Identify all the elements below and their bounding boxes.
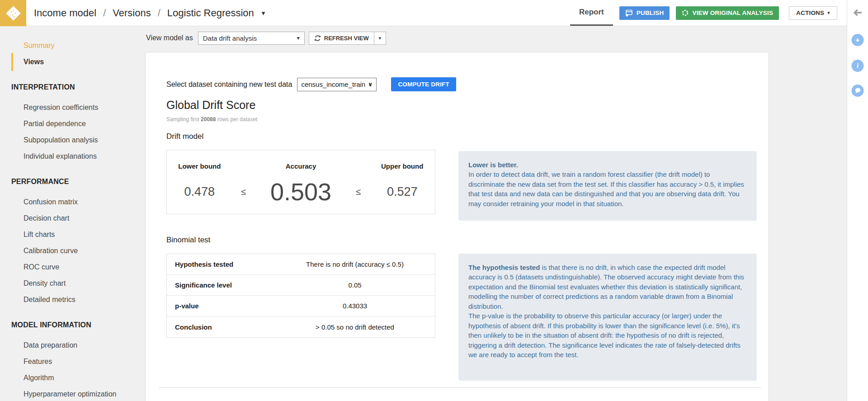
info-button[interactable]: i xyxy=(852,60,864,72)
sampling-count: 20088 xyxy=(201,116,216,123)
drift-model-card: Lower bound Accuracy Upper bound 0.478 ≤… xyxy=(166,150,435,214)
drift-explanation-box: Lower is better. In order to detect data… xyxy=(458,151,757,221)
breadcrumb: Income model / Versions / Logistic Regre… xyxy=(34,7,265,19)
sidebar-item-partial-dependence[interactable]: Partial dependence xyxy=(0,116,145,132)
section-divider xyxy=(159,387,761,388)
dataset-select[interactable]: census_income_train ∨ xyxy=(297,78,377,91)
app-logo[interactable] xyxy=(0,0,26,26)
sidebar-item-density-chart[interactable]: Density chart xyxy=(0,275,145,292)
drift-explanation-body: In order to detect data drift, we train … xyxy=(468,170,744,207)
binomial-explanation-box: The hypothesis tested is that there is n… xyxy=(458,254,757,381)
dataset-select-value: census_income_train xyxy=(301,80,365,88)
left-sidebar: Summary Views INTERPRETATION Regression … xyxy=(0,26,145,401)
right-utility-rail: + i xyxy=(847,0,868,401)
active-indicator xyxy=(11,53,13,71)
sidebar-item-detailed-metrics[interactable]: Detailed metrics xyxy=(0,292,145,308)
breadcrumb-model-name[interactable]: Income model xyxy=(34,7,96,19)
sidebar-item-calibration-curve[interactable]: Calibration curve xyxy=(0,243,145,259)
sidebar-section-model-information: MODEL INFORMATION xyxy=(0,319,145,331)
drift-explanation-lead: Lower is better. xyxy=(468,160,747,170)
refresh-view-button[interactable]: REFRESH VIEW xyxy=(309,32,374,45)
accuracy-header: Accuracy xyxy=(286,162,316,170)
view-original-label: VIEW ORIGINAL ANALYSIS xyxy=(692,9,773,16)
back-arrow-icon xyxy=(853,9,863,17)
view-toolbar: View model as Data drift analysis ▾ REFR… xyxy=(146,31,386,45)
row-label: Hypothesis tested xyxy=(167,260,279,268)
row-label: Conclusion xyxy=(167,323,279,331)
chevron-down-icon[interactable]: ▾ xyxy=(262,9,265,17)
view-original-analysis-button[interactable]: VIEW ORIGINAL ANALYSIS xyxy=(676,6,779,20)
upper-bound-header: Upper bound xyxy=(381,162,423,170)
dataset-selection-row: Select dataset containing new test data … xyxy=(166,77,456,91)
sidebar-section-interpretation: INTERPRETATION xyxy=(0,81,145,94)
refresh-split-button: REFRESH VIEW ▾ xyxy=(309,32,386,45)
lte-symbol: ≤ xyxy=(241,187,246,197)
refresh-icon xyxy=(314,35,321,42)
sidebar-item-roc-curve[interactable]: ROC curve xyxy=(0,259,145,275)
lte-symbol: ≤ xyxy=(356,187,361,197)
upper-bound-value: 0.527 xyxy=(387,185,418,199)
sidebar-section-performance: PERFORMANCE xyxy=(0,175,145,188)
row-value: 0.05 xyxy=(279,281,435,289)
binomial-explanation-body2: The p-value is the probability to observ… xyxy=(468,311,747,359)
table-row: Significance level 0.05 xyxy=(167,275,435,296)
top-header: Income model / Versions / Logistic Regre… xyxy=(0,0,847,26)
collapse-panel-button[interactable] xyxy=(853,9,863,19)
breadcrumb-separator: / xyxy=(158,7,160,19)
table-row: Hypothesis tested There is no drift (acc… xyxy=(167,254,435,275)
sidebar-item-hyperparameter-optimization[interactable]: Hyperparameter optimization xyxy=(0,386,145,401)
sidebar-item-lift-charts[interactable]: Lift charts xyxy=(0,226,145,243)
table-row: Conclusion > 0.05 so no drift detected xyxy=(167,316,435,337)
actions-label: ACTIONS xyxy=(796,9,824,16)
sidebar-item-summary[interactable]: Summary xyxy=(0,38,145,54)
row-label: Significance level xyxy=(167,281,279,289)
view-model-as-select[interactable]: Data drift analysis ▾ xyxy=(198,32,305,45)
chevron-down-icon: ▾ xyxy=(297,35,300,41)
sidebar-item-regression-coefficients[interactable]: Regression coefficients xyxy=(0,99,145,116)
sidebar-item-decision-chart[interactable]: Decision chart xyxy=(0,210,145,226)
sidebar-item-features[interactable]: Features xyxy=(0,354,145,370)
info-icon: i xyxy=(857,62,859,70)
breadcrumb-versions[interactable]: Versions xyxy=(113,7,151,19)
speech-bubble-icon xyxy=(854,88,861,94)
chevron-down-icon: ▾ xyxy=(827,10,830,16)
breadcrumb-separator: / xyxy=(103,7,106,19)
refresh-options-button[interactable]: ▾ xyxy=(374,32,386,45)
sidebar-item-individual-explanations[interactable]: Individual explanations xyxy=(0,148,145,165)
sampling-suffix: rows per dataset xyxy=(216,116,257,123)
binomial-explanation-lead: The hypothesis tested xyxy=(468,264,540,271)
tab-report[interactable]: Report xyxy=(570,0,613,26)
dataset-select-label: Select dataset containing new test data xyxy=(166,80,292,89)
sidebar-item-algorithm[interactable]: Algorithm xyxy=(0,370,145,386)
comments-button[interactable] xyxy=(852,85,864,97)
sidebar-item-views[interactable]: Views xyxy=(0,54,145,70)
row-value: There is no drift (accuracy ≤ 0.5) xyxy=(279,260,435,268)
compute-drift-button[interactable]: COMPUTE DRIFT xyxy=(391,77,456,91)
sidebar-item-subpopulation-analysis[interactable]: Subpopulation analysis xyxy=(0,132,145,148)
sidebar-item-data-preparation[interactable]: Data preparation xyxy=(0,337,145,354)
publish-button[interactable]: PUBLISH xyxy=(619,6,670,20)
main-content-card: Select dataset containing new test data … xyxy=(145,52,769,401)
row-value: > 0.05 so no drift detected xyxy=(279,323,435,331)
binomial-test-section-title: Binomial test xyxy=(166,236,210,245)
chevron-down-icon: ▾ xyxy=(378,35,381,41)
lower-bound-value: 0.478 xyxy=(184,185,215,199)
dataiku-logo-icon xyxy=(0,0,26,26)
binomial-test-table: Hypothesis tested There is no drift (acc… xyxy=(166,254,435,338)
table-row: p-value 0.43033 xyxy=(167,296,435,316)
publish-icon xyxy=(625,9,633,17)
add-button[interactable]: + xyxy=(852,34,864,46)
sampling-prefix: Sampling first xyxy=(166,116,201,123)
actions-button[interactable]: ACTIONS ▾ xyxy=(789,6,837,20)
lower-bound-header: Lower bound xyxy=(178,162,221,170)
page-title: Global Drift Score xyxy=(166,99,255,112)
view-select-value: Data drift analysis xyxy=(203,34,257,42)
refresh-view-label: REFRESH VIEW xyxy=(324,35,369,42)
breadcrumb-current-version[interactable]: Logistic Regression xyxy=(167,7,254,19)
publish-label: PUBLISH xyxy=(637,9,664,16)
row-value: 0.43033 xyxy=(279,302,435,310)
row-label: p-value xyxy=(167,302,279,310)
sidebar-item-confusion-matrix[interactable]: Confusion matrix xyxy=(0,194,145,210)
header-actions: Report PUBLISH VIEW ORIGINAL ANALYSIS AC… xyxy=(570,0,837,26)
sidebar-item-label: Views xyxy=(24,58,44,66)
